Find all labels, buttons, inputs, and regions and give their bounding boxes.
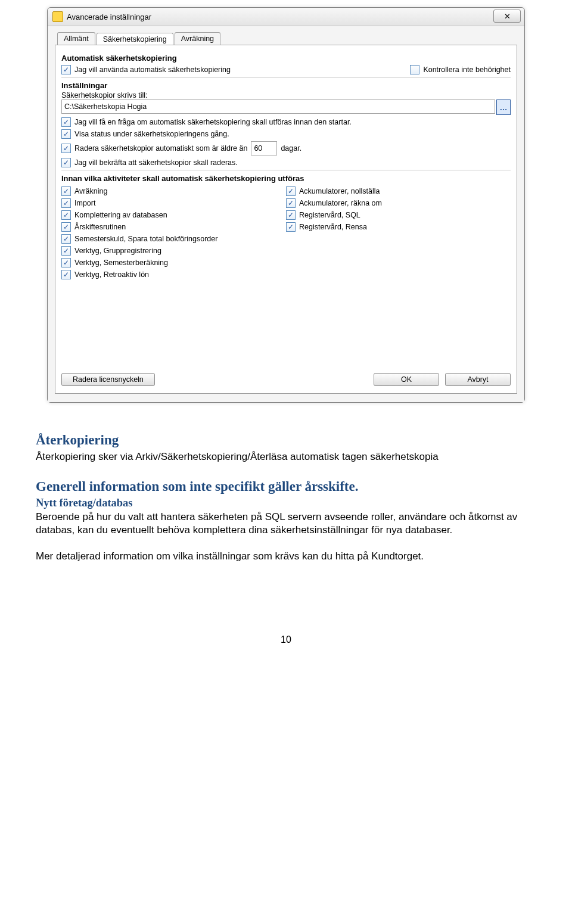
titlebar: Avancerade inställningar ✕ bbox=[48, 8, 524, 26]
checkbox-activity-semesterskuld[interactable] bbox=[61, 234, 71, 244]
advanced-settings-dialog: Avancerade inställningar ✕ Allmänt Säker… bbox=[47, 7, 525, 403]
divider bbox=[61, 170, 511, 170]
activity-label: Avräkning bbox=[74, 187, 107, 195]
checkbox-confirm-delete[interactable] bbox=[61, 158, 71, 167]
checkbox-activity-arskifte[interactable] bbox=[61, 222, 71, 232]
activity-label: Verktyg, Retroaktiv lön bbox=[74, 270, 149, 279]
app-icon bbox=[52, 11, 63, 22]
checkbox-activity-import[interactable] bbox=[61, 198, 71, 208]
ok-button[interactable]: OK bbox=[374, 373, 439, 386]
activity-label: Semesterskuld, Spara total bokföringsord… bbox=[74, 235, 217, 243]
tab-settlement[interactable]: Avräkning bbox=[175, 32, 220, 45]
heading-restore: Återkopiering bbox=[36, 433, 536, 448]
path-label: Säkerhetskopior skrivs till: bbox=[61, 91, 511, 99]
checkbox-delete-old-label-prefix: Radera säkerhetskopior automatiskt som ä… bbox=[74, 144, 247, 153]
activity-label: Verktyg, Semesterberäkning bbox=[74, 259, 168, 267]
backup-path-input[interactable] bbox=[61, 99, 495, 114]
activity-label: Årskiftesrutinen bbox=[74, 223, 126, 231]
activity-label: Registervård, SQL bbox=[299, 211, 360, 219]
checkbox-activity-komplettering[interactable] bbox=[61, 210, 71, 220]
group-auto-title: Automatisk säkerhetskopiering bbox=[61, 54, 511, 63]
checkbox-activity-semesterberakning[interactable] bbox=[61, 258, 71, 267]
tab-backup[interactable]: Säkerhetskopiering bbox=[97, 33, 173, 45]
paragraph-new-database: Beroende på hur du valt att hantera säke… bbox=[36, 511, 536, 537]
window-title: Avancerade inställningar bbox=[67, 13, 151, 21]
checkbox-activity-registervard-sql[interactable] bbox=[286, 210, 296, 220]
checkbox-confirm-delete-label: Jag vill bekräfta att säkerhetskopior sk… bbox=[74, 158, 238, 167]
checkbox-delete-old-label-suffix: dagar. bbox=[281, 144, 301, 153]
activity-label: Ackumulatorer, nollställa bbox=[299, 187, 380, 195]
cancel-button[interactable]: Avbryt bbox=[445, 373, 511, 386]
page-number: 10 bbox=[36, 634, 536, 645]
heading-general-info: Generell information som inte specifikt … bbox=[36, 479, 536, 494]
checkbox-show-status-label: Visa status under säkerhetskopieringens … bbox=[74, 130, 229, 138]
activity-label: Import bbox=[74, 199, 95, 207]
tab-general[interactable]: Allmänt bbox=[57, 32, 95, 45]
checkbox-activity-retroaktiv-lon[interactable] bbox=[61, 270, 71, 279]
document-body: Återkopiering Återkopiering sker via Ark… bbox=[36, 427, 536, 645]
group-settings-title: Inställningar bbox=[61, 81, 511, 90]
activity-label: Verktyg, Gruppregistrering bbox=[74, 247, 161, 255]
activity-label: Ackumulatorer, räkna om bbox=[299, 199, 382, 207]
checkbox-activity-gruppregistrering[interactable] bbox=[61, 246, 71, 256]
checkbox-activity-avrakning[interactable] bbox=[61, 186, 71, 196]
paragraph-more-info: Mer detaljerad information om vilka inst… bbox=[36, 550, 536, 563]
browse-button[interactable]: … bbox=[496, 99, 511, 115]
divider bbox=[61, 77, 511, 77]
checkbox-show-status[interactable] bbox=[61, 129, 71, 139]
checkbox-ask-before-label: Jag vill få en fråga om automatisk säker… bbox=[74, 118, 352, 126]
checkbox-no-perm-check-label: Kontrollera inte behörighet bbox=[423, 66, 511, 74]
activity-label: Registervård, Rensa bbox=[299, 223, 367, 231]
ellipsis-icon: … bbox=[500, 103, 508, 112]
checkbox-no-perm-check[interactable] bbox=[410, 65, 419, 74]
checkbox-activity-ackumulatorer-nollstalla[interactable] bbox=[286, 186, 296, 196]
delete-license-button[interactable]: Radera licensnyckeln bbox=[61, 373, 155, 386]
close-icon: ✕ bbox=[504, 12, 511, 21]
checkbox-ask-before[interactable] bbox=[61, 117, 71, 127]
tab-panel-backup: Automatisk säkerhetskopiering Jag vill a… bbox=[55, 45, 517, 394]
checkbox-use-auto-label: Jag vill använda automatisk säkerhetskop… bbox=[74, 66, 231, 74]
checkbox-activity-registervard-rensa[interactable] bbox=[286, 222, 296, 232]
tab-strip: Allmänt Säkerhetskopiering Avräkning bbox=[57, 32, 517, 45]
delete-after-days-input[interactable] bbox=[251, 141, 277, 155]
activity-label: Komplettering av databasen bbox=[74, 211, 167, 219]
checkbox-delete-old[interactable] bbox=[61, 144, 71, 153]
subheading-new-database: Nytt företag/databas bbox=[36, 497, 536, 509]
checkbox-use-auto[interactable] bbox=[61, 65, 71, 74]
close-button[interactable]: ✕ bbox=[493, 10, 521, 23]
checkbox-activity-ackumulatorer-rakna-om[interactable] bbox=[286, 198, 296, 208]
group-activities-title: Innan vilka aktiviteter skall automatisk… bbox=[61, 174, 511, 183]
paragraph-restore: Återkopiering sker via Arkiv/Säkerhetsko… bbox=[36, 450, 536, 463]
